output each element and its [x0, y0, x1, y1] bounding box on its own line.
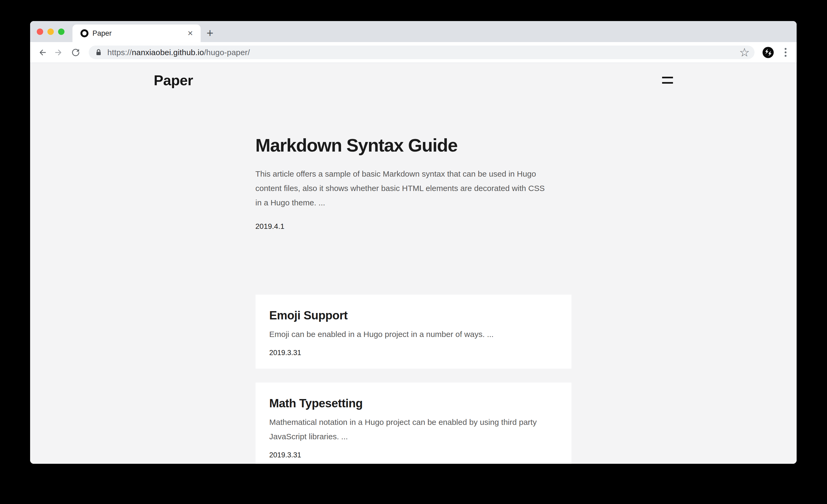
url-scheme: https:// — [107, 48, 132, 57]
site-header: Paper — [30, 63, 797, 90]
post-list: Emoji Support Emoji can be enabled in a … — [255, 295, 572, 464]
kebab-dot — [785, 51, 786, 53]
hamburger-menu-button[interactable] — [662, 75, 673, 85]
url-host: nanxiaobei.github.io — [132, 48, 204, 57]
window-close-button[interactable] — [37, 29, 43, 35]
post-card-emoji-support[interactable]: Emoji Support Emoji can be enabled in a … — [255, 295, 572, 369]
window-minimize-button[interactable] — [47, 29, 54, 35]
excerpt-line: Emoji can be enabled in a Hugo project i… — [270, 327, 554, 342]
menu-bar — [662, 77, 673, 78]
url-path: /hugo-paper/ — [204, 48, 250, 57]
webpage: Paper Markdown Syntax Guide This article… — [30, 63, 797, 464]
post-card-math-typesetting[interactable]: Math Typesetting Mathematical notation i… — [255, 383, 572, 464]
secure-lock-icon — [95, 48, 103, 56]
refresh-button[interactable] — [69, 46, 82, 59]
browser-menu-button[interactable] — [785, 48, 786, 57]
browser-tab-paper[interactable]: Paper ✕ — [72, 24, 201, 42]
refresh-icon — [70, 47, 81, 58]
close-tab-icon[interactable]: ✕ — [186, 29, 194, 38]
post-date: 2019.3.31 — [270, 450, 554, 460]
featured-post-title[interactable]: Markdown Syntax Guide — [255, 134, 572, 156]
browser-window: Paper ✕ + https://nanxi — [30, 21, 797, 464]
back-arrow-icon — [37, 47, 47, 58]
bookmark-star-icon[interactable]: ☆ — [739, 47, 750, 58]
forward-arrow-icon — [54, 47, 64, 58]
lightning-extension-icon — [763, 47, 774, 58]
excerpt-line: Mathematical notation in a Hugo project … — [270, 415, 554, 430]
menu-bar — [662, 82, 673, 84]
excerpt-line: This article offers a sample of basic Ma… — [255, 167, 572, 181]
paper-favicon-icon — [81, 29, 89, 37]
post-title[interactable]: Emoji Support — [270, 308, 554, 323]
forward-button[interactable] — [53, 46, 65, 59]
traffic-lights — [37, 29, 64, 35]
featured-post-excerpt: This article offers a sample of basic Ma… — [255, 167, 572, 210]
address-bar[interactable]: https://nanxiaobei.github.io/hugo-paper/… — [89, 46, 755, 59]
new-tab-button[interactable]: + — [204, 27, 216, 39]
browser-toolbar: https://nanxiaobei.github.io/hugo-paper/… — [30, 42, 797, 63]
featured-post-date: 2019.4.1 — [255, 221, 572, 232]
back-button[interactable] — [36, 46, 48, 59]
kebab-dot — [785, 55, 786, 57]
post-title[interactable]: Math Typesetting — [270, 396, 554, 411]
window-zoom-button[interactable] — [58, 29, 64, 35]
post-excerpt: Mathematical notation in a Hugo project … — [270, 415, 554, 444]
post-date: 2019.3.31 — [270, 348, 554, 357]
post-excerpt: Emoji can be enabled in a Hugo project i… — [270, 327, 554, 342]
tab-title: Paper — [92, 29, 186, 38]
excerpt-line: JavaScript libraries. ... — [270, 430, 554, 444]
excerpt-line: content files, also it shows whether bas… — [255, 181, 572, 196]
url-text: https://nanxiaobei.github.io/hugo-paper/ — [107, 48, 736, 57]
site-logo[interactable]: Paper — [154, 71, 193, 90]
main-content: Markdown Syntax Guide This article offer… — [255, 134, 572, 464]
tab-strip: Paper ✕ + — [30, 21, 797, 42]
kebab-dot — [785, 48, 786, 50]
extension-button[interactable] — [763, 47, 774, 58]
excerpt-line: in a Hugo theme. ... — [255, 196, 572, 210]
